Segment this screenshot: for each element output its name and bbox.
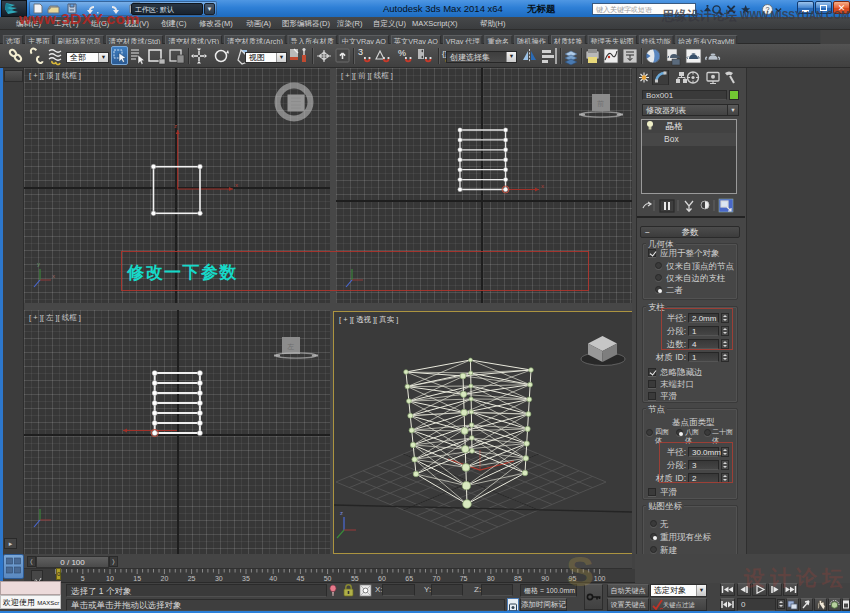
svg-text:15: 15 [133, 575, 141, 582]
svg-text:30: 30 [215, 575, 223, 582]
svg-text:45: 45 [297, 575, 305, 582]
svg-text:70: 70 [433, 575, 441, 582]
svg-text:25: 25 [188, 575, 196, 582]
svg-text:%: % [398, 48, 406, 58]
svg-text:x: x [235, 182, 238, 188]
svg-text:65: 65 [405, 575, 413, 582]
svg-text:35: 35 [242, 575, 250, 582]
svg-text:40: 40 [269, 575, 277, 582]
svg-text:前: 前 [597, 100, 604, 107]
svg-text:10: 10 [106, 575, 114, 582]
svg-text:3: 3 [358, 47, 363, 57]
svg-text:50: 50 [324, 575, 332, 582]
svg-text:x: x [52, 273, 55, 279]
svg-text:80: 80 [487, 575, 495, 582]
svg-text:20: 20 [161, 575, 169, 582]
svg-text:5: 5 [81, 575, 85, 582]
svg-text:z: z [174, 123, 177, 129]
svg-text:55: 55 [351, 575, 359, 582]
svg-text:75: 75 [460, 575, 468, 582]
svg-text:85: 85 [514, 575, 522, 582]
svg-text:x: x [541, 183, 544, 189]
svg-text:60: 60 [378, 575, 386, 582]
svg-text:100: 100 [594, 575, 606, 582]
svg-text:90: 90 [541, 575, 549, 582]
svg-text:y: y [37, 261, 40, 267]
svg-text:z: z [340, 510, 343, 516]
svg-text:左: 左 [287, 343, 294, 350]
